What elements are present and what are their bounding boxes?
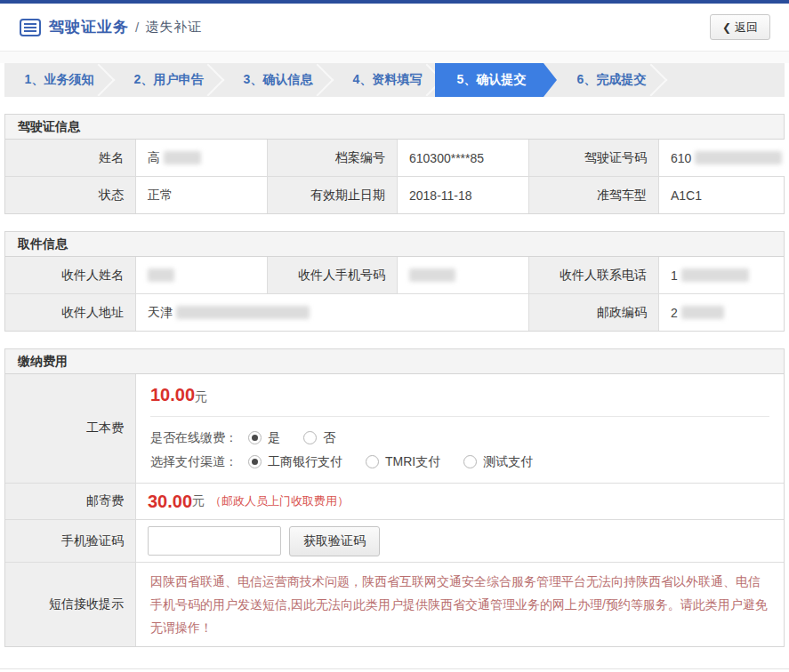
radio-option-label: TMRI支付	[385, 454, 440, 470]
redacted-text	[148, 268, 174, 282]
radio-button-icon[interactable]	[248, 431, 262, 444]
field-value-recipient-name	[135, 257, 267, 293]
document-list-icon	[20, 19, 41, 36]
field-value-recipient-phone: 1	[658, 257, 784, 293]
step-label: 2、用户申告	[134, 72, 204, 88]
redacted-text	[164, 151, 201, 164]
field-label-expiry-date: 有效期止日期	[267, 177, 397, 213]
field-label-postage-fee: 邮寄费	[5, 484, 135, 519]
field-label-production-fee: 工本费	[5, 374, 135, 483]
sms-note-text: 因陕西省联通、电信运营商技术问题，陕西省互联网交通安全综合服务管理平台无法向持陕…	[135, 563, 784, 646]
step-label: 4、资料填写	[353, 72, 423, 88]
step-label: 3、确认信息	[244, 72, 313, 88]
field-label-license-number: 驾驶证号码	[528, 140, 658, 176]
redacted-text	[681, 306, 724, 319]
table-row-verification-code: 手机验证码 获取验证码	[5, 519, 784, 562]
field-value-name: 高	[135, 140, 267, 176]
radio-option-label: 否	[323, 430, 335, 446]
fee-unit: 元	[195, 389, 207, 404]
field-label-verification-code: 手机验证码	[5, 520, 135, 562]
radio-option[interactable]: 工商银行支付	[248, 454, 342, 470]
radio-option[interactable]: TMRI支付	[366, 454, 440, 470]
table-row-sms-note: 短信接收提示 因陕西省联通、电信运营商技术问题，陕西省互联网交通安全综合服务管理…	[5, 562, 784, 646]
stepper-step-4[interactable]: 4、资料填写	[333, 63, 442, 97]
step-label: 5、确认提交	[457, 72, 527, 88]
page-title: 驾驶证业务	[49, 17, 129, 37]
radio-option-label: 是	[268, 430, 280, 446]
stepper-step-5[interactable]: 5、确认提交	[435, 63, 557, 97]
radio-option[interactable]: 是	[248, 430, 280, 446]
stepper-step-3[interactable]: 3、确认信息	[223, 63, 333, 97]
chevron-left-icon: ❮	[722, 21, 731, 34]
field-value-recipient-address: 天津	[135, 294, 528, 331]
field-label-status: 状态	[5, 177, 135, 213]
postage-fee-content: 30.00元 （邮政人员上门收取费用）	[135, 484, 784, 519]
section-license-info: 驾驶证信息 姓名 高 档案编号 610300****85 驾驶证号码 610 状…	[4, 114, 785, 214]
radio-option[interactable]: 测试支付	[463, 454, 533, 470]
section-pickup-info: 取件信息 收件人姓名 收件人手机号码 收件人联系电话 1 收件人地址 天津 邮政…	[4, 231, 785, 332]
redacted-text	[176, 306, 310, 319]
page-header: 驾驶证业务 / 遗失补证 ❮ 返回	[0, 4, 789, 52]
payment-channel-question: 选择支付渠道：	[150, 454, 238, 470]
redacted-text	[409, 268, 455, 282]
redacted-text	[695, 151, 782, 164]
payment-channel-question-row: 选择支付渠道： 工商银行支付TMRI支付测试支付	[150, 450, 769, 474]
field-value-postal-code: 2	[658, 294, 784, 331]
field-value-file-number: 610300****85	[397, 140, 528, 176]
breadcrumb-current: 遗失补证	[145, 19, 202, 36]
field-value-status: 正常	[135, 177, 267, 213]
table-row: 姓名 高 档案编号 610300****85 驾驶证号码 610	[5, 140, 784, 176]
field-value-license-number: 610	[658, 140, 789, 176]
radio-button-icon[interactable]	[366, 455, 379, 468]
breadcrumb-separator: /	[135, 20, 139, 35]
field-label-sms-note: 短信接收提示	[5, 563, 135, 646]
field-label-recipient-mobile: 收件人手机号码	[267, 257, 397, 293]
back-button[interactable]: ❮ 返回	[710, 14, 770, 40]
field-label-recipient-name: 收件人姓名	[5, 257, 135, 293]
radio-button-icon[interactable]	[463, 455, 477, 468]
fee-amount-line: 10.00元	[150, 385, 769, 405]
table-row-production-fee: 工本费 10.00元 是否在线缴费： 是否 选择支付渠道： 工商银行支付TMRI…	[5, 374, 784, 483]
section-title: 取件信息	[5, 232, 784, 257]
field-value-expiry-date: 2018-11-18	[397, 177, 528, 213]
field-label-postal-code: 邮政编码	[528, 294, 658, 331]
production-fee-content: 10.00元 是否在线缴费： 是否 选择支付渠道： 工商银行支付TMRI支付测试…	[135, 374, 784, 483]
redacted-text	[681, 268, 749, 282]
fee-amount: 30.00	[148, 492, 192, 512]
field-label-recipient-phone: 收件人联系电话	[528, 257, 658, 293]
get-verification-code-button[interactable]: 获取验证码	[289, 526, 380, 556]
field-label-name: 姓名	[5, 140, 135, 176]
step-label: 6、完成提交	[577, 72, 647, 88]
radio-button-icon[interactable]	[248, 455, 262, 468]
section-title: 缴纳费用	[5, 349, 784, 374]
table-row: 收件人姓名 收件人手机号码 收件人联系电话 1	[5, 257, 784, 293]
table-row: 状态 正常 有效期止日期 2018-11-18 准驾车型 A1C1	[5, 176, 784, 213]
verification-code-input[interactable]	[148, 526, 281, 556]
stepper-step-2[interactable]: 2、用户申告	[114, 63, 223, 97]
radio-option[interactable]: 否	[303, 430, 335, 446]
section-fees: 缴纳费用 工本费 10.00元 是否在线缴费： 是否 选择支付渠道： 工商银行支…	[4, 348, 785, 647]
stepper-step-6[interactable]: 6、完成提交	[557, 63, 666, 97]
radio-option-label: 工商银行支付	[268, 454, 342, 470]
field-label-vehicle-class: 准驾车型	[528, 177, 658, 213]
online-payment-question-row: 是否在线缴费： 是否	[150, 426, 769, 450]
field-label-file-number: 档案编号	[267, 140, 397, 176]
back-button-label: 返回	[735, 20, 758, 36]
postage-fee-note: （邮政人员上门收取费用）	[210, 493, 349, 509]
divider	[150, 416, 769, 417]
section-title: 驾驶证信息	[5, 115, 784, 140]
radio-button-icon[interactable]	[303, 431, 317, 444]
header-gap	[0, 52, 789, 63]
field-value-vehicle-class: A1C1	[658, 177, 784, 213]
table-row-postage-fee: 邮寄费 30.00元 （邮政人员上门收取费用）	[5, 483, 784, 519]
online-payment-question: 是否在线缴费：	[150, 430, 238, 446]
payment-channel-radio-group: 工商银行支付TMRI支付测试支付	[248, 454, 556, 470]
stepper-step-1[interactable]: 1、业务须知	[4, 63, 114, 97]
online-payment-radio-group: 是否	[248, 430, 358, 446]
field-value-recipient-mobile	[397, 257, 528, 293]
step-label: 1、业务须知	[25, 72, 94, 88]
stepper: 1、业务须知2、用户申告3、确认信息4、资料填写5、确认提交6、完成提交	[4, 63, 785, 97]
field-label-recipient-address: 收件人地址	[5, 294, 135, 331]
fee-unit: 元	[192, 493, 205, 509]
table-row: 收件人地址 天津 邮政编码 2	[5, 293, 784, 331]
